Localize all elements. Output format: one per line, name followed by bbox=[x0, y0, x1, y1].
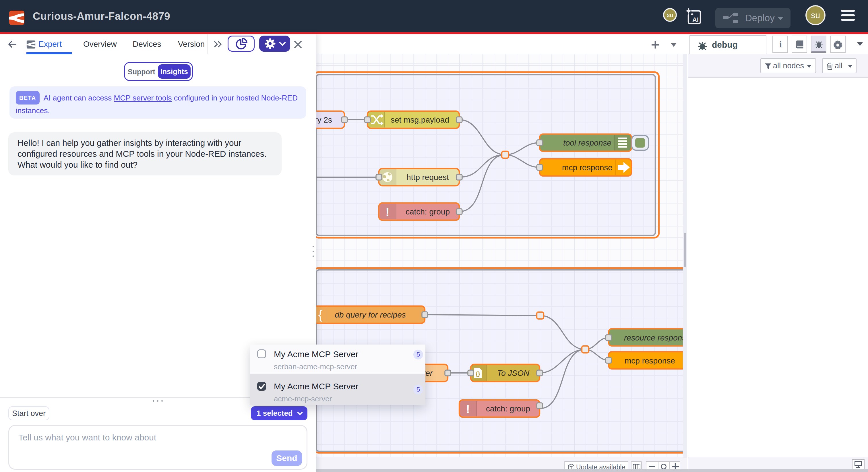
svg-text:{: { bbox=[318, 307, 322, 322]
svg-text:catch: group: catch: group bbox=[486, 404, 530, 413]
svg-text:!: ! bbox=[385, 205, 390, 219]
svg-text:db query for recipes: db query for recipes bbox=[335, 311, 406, 319]
svg-text:{}: {} bbox=[476, 371, 480, 377]
svg-text:catch: group: catch: group bbox=[406, 207, 450, 216]
svg-text:mcp response: mcp response bbox=[625, 356, 675, 365]
svg-text:resource response: resource response bbox=[624, 333, 687, 342]
svg-text:To JSON: To JSON bbox=[497, 368, 530, 378]
svg-text:every 2s: every 2s bbox=[316, 115, 332, 124]
svg-text:mcp response: mcp response bbox=[562, 163, 613, 172]
svg-text:set msg.payload: set msg.payload bbox=[391, 115, 449, 124]
svg-text:!: ! bbox=[466, 402, 470, 416]
svg-text:tool response: tool response bbox=[563, 138, 611, 147]
svg-text:http request: http request bbox=[406, 173, 449, 182]
svg-text:AI: AI bbox=[692, 16, 699, 23]
